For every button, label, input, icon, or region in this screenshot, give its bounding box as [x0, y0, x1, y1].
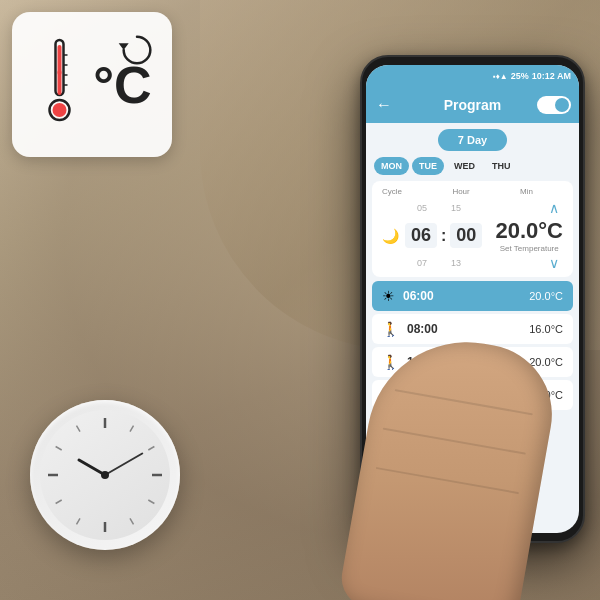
tab-mon[interactable]: MON	[374, 157, 409, 175]
return-icon: 🚶	[382, 354, 399, 370]
svg-line-18	[56, 500, 62, 504]
svg-rect-5	[58, 45, 62, 75]
svg-line-15	[130, 518, 134, 524]
refresh-icon	[117, 30, 165, 78]
time-separator: :	[441, 227, 446, 245]
editor-main-row: 🌙 06 : 00 20.0°C Set Temperature	[382, 218, 563, 253]
clock-face	[30, 400, 180, 550]
svg-point-4	[53, 103, 67, 117]
status-bar: ▪♦▲ 25% 10:12 AM	[366, 65, 579, 87]
min-below: 13	[442, 258, 470, 268]
finger-line-1	[395, 389, 533, 415]
clock-time: 10:12 AM	[532, 71, 571, 81]
svg-line-17	[77, 518, 81, 524]
svg-line-21	[77, 426, 81, 432]
hour-above: 05	[408, 203, 436, 213]
tab-thu[interactable]: THU	[485, 157, 518, 175]
bed-icon: 🌙	[382, 228, 399, 244]
time-display: 06 : 00	[405, 223, 482, 248]
chevron-up[interactable]: ∧	[549, 200, 563, 216]
hour-value[interactable]: 06	[405, 223, 437, 248]
schedule-item-0800[interactable]: 🚶 08:00 16.0°C	[372, 314, 573, 344]
temperature-display: 20.0°C Set Temperature	[495, 218, 563, 253]
min-label: Min	[520, 187, 533, 196]
schedule-temp-0: 20.0°C	[529, 290, 563, 302]
editor-column-headers: Cycle Hour Min	[382, 187, 563, 196]
back-button[interactable]: ←	[376, 96, 392, 114]
cycle-label: Cycle	[382, 187, 402, 196]
thermometer-icon-box: °C	[12, 12, 172, 157]
thermometer-svg	[32, 35, 87, 135]
temp-label: Set Temperature	[500, 244, 559, 253]
svg-line-14	[148, 500, 154, 504]
page-title: Program	[444, 97, 502, 113]
app-header: ← Program	[366, 87, 579, 123]
svg-marker-0	[119, 43, 129, 50]
analog-clock	[30, 400, 180, 550]
sunrise-icon: ☀	[382, 288, 395, 304]
clock-inner	[40, 410, 170, 540]
day-tabs: MON TUE WED THU	[366, 155, 579, 177]
battery-icon: ▪♦▲	[493, 72, 508, 81]
set-temperature: 20.0°C	[495, 218, 563, 244]
svg-line-23	[105, 454, 142, 476]
schedule-time-0: 06:00	[403, 289, 529, 303]
program-toggle[interactable]	[537, 96, 571, 114]
svg-line-11	[130, 426, 134, 432]
schedule-time-1: 08:00	[407, 322, 529, 336]
time-temp-editor: Cycle Hour Min 05 15 ∧ 🌙 06 :	[372, 181, 573, 277]
svg-line-22	[79, 460, 105, 475]
chevron-down[interactable]: ∨	[549, 255, 563, 271]
below-values-row: 07 13 ∨	[382, 255, 563, 271]
svg-line-20	[56, 447, 62, 451]
battery-level: 25%	[511, 71, 529, 81]
svg-point-24	[101, 471, 109, 479]
seven-day-button[interactable]: 7 Day	[438, 129, 507, 151]
clock-ticks	[40, 410, 170, 540]
svg-line-12	[148, 447, 154, 451]
schedule-temp-1: 16.0°C	[529, 323, 563, 335]
schedule-item-0600[interactable]: ☀ 06:00 20.0°C	[372, 281, 573, 311]
hour-label: Hour	[452, 187, 469, 196]
min-above: 15	[442, 203, 470, 213]
minute-value[interactable]: 00	[450, 223, 482, 248]
leave-icon: 🚶	[382, 321, 399, 337]
seven-day-section: 7 Day	[366, 129, 579, 151]
hour-below: 07	[408, 258, 436, 268]
finger-line-2	[383, 428, 526, 455]
toggle-knob	[555, 98, 569, 112]
above-values-row: 05 15 ∧	[382, 200, 563, 216]
tab-wed[interactable]: WED	[447, 157, 482, 175]
schedule-temp-2: 20.0°C	[529, 356, 563, 368]
tab-tue[interactable]: TUE	[412, 157, 444, 175]
finger-line-3	[376, 467, 519, 494]
